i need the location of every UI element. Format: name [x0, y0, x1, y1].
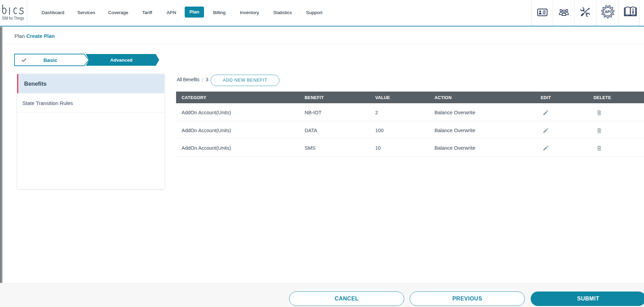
svg-text:Basic: Basic	[43, 57, 57, 63]
svg-text:API: API	[605, 10, 611, 14]
svg-text:Advanced: Advanced	[110, 57, 133, 63]
svg-text:SIM for Things: SIM for Things	[2, 15, 24, 21]
